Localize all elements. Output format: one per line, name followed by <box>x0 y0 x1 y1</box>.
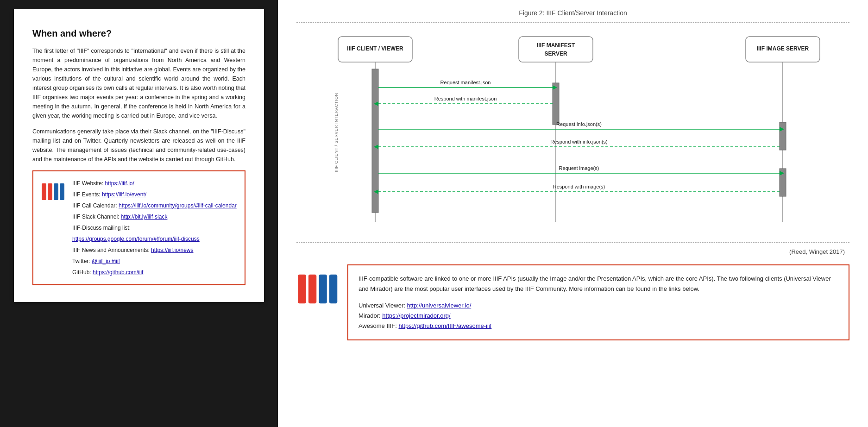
discuss-url[interactable]: https://groups.google.com/forum/#!forum/… <box>72 236 200 242</box>
svg-text:Request image(s): Request image(s) <box>559 165 599 171</box>
iiif-logo-left <box>41 180 65 204</box>
events-label: IIIF Events: <box>72 191 102 198</box>
info-text: IIIF-compatible software are linked to o… <box>359 274 838 294</box>
left-panel: When and where? The first letter of "III… <box>0 0 278 427</box>
call-link-row: IIIF Call Calendar: https://iiif.io/comm… <box>72 200 237 211</box>
svg-text:IIIF IMAGE SERVER: IIIF IMAGE SERVER <box>757 45 809 52</box>
document-page: When and where? The first letter of "III… <box>14 9 264 302</box>
svg-text:Respond with manifest.json: Respond with manifest.json <box>434 96 497 101</box>
svg-rect-0 <box>42 183 46 200</box>
right-panel: Figure 2: IIIF Client/Server Interaction… <box>278 0 868 427</box>
paragraph-2: Communications generally take place via … <box>32 127 245 164</box>
slack-label: IIIF Slack Channel: <box>72 214 121 220</box>
diagram-svg-container: IIIF CLIENT / SERVER INTERACTION IIIF CL… <box>296 32 849 233</box>
svg-rect-39 <box>329 275 337 303</box>
github-label: GitHub: <box>72 269 93 276</box>
svg-text:Respond with image(s): Respond with image(s) <box>553 184 605 189</box>
slack-url[interactable]: http://bit.ly/iiif-slack <box>121 214 168 220</box>
svg-text:SERVER: SERVER <box>544 50 567 57</box>
discuss-label: IIIF-Discuss mailing list: <box>72 225 131 231</box>
links-content: IIIF Website: https://iiif.io/ IIIF Even… <box>72 178 237 278</box>
svg-text:IIIF CLIENT / VIEWER: IIIF CLIENT / VIEWER <box>347 45 403 52</box>
iiif-logo-right <box>296 268 338 312</box>
twitter-handle[interactable]: @iiif_io #iiif <box>92 258 120 264</box>
bottom-section: IIIF-compatible software are linked to o… <box>296 264 849 340</box>
svg-rect-2 <box>54 183 58 200</box>
call-url[interactable]: https://iiif.io/community/groups/#iiif-c… <box>119 202 237 209</box>
news-label: IIIF News and Announcements: <box>72 247 151 253</box>
vertical-label: IIIF CLIENT / SERVER INTERACTION <box>334 93 339 172</box>
mirador-url[interactable]: https://projectmirador.org/ <box>382 312 450 319</box>
svg-rect-6 <box>519 37 593 62</box>
svg-rect-37 <box>308 275 316 303</box>
github-url[interactable]: https://github.com/iiif <box>93 269 143 276</box>
svg-rect-36 <box>298 275 306 303</box>
mirador-label: Mirador: <box>359 312 382 319</box>
website-label: IIIF Website: <box>72 180 105 187</box>
events-url[interactable]: https://iiif.io/event/ <box>102 191 146 198</box>
events-link-row: IIIF Events: https://iiif.io/event/ <box>72 189 237 200</box>
github-link-row: GitHub: https://github.com/iiif <box>72 267 237 278</box>
citation: (Reed, Winget 2017) <box>296 248 849 255</box>
news-url[interactable]: https://iiif.io/news <box>151 247 193 253</box>
uv-label: Universal Viewer: <box>359 302 407 309</box>
slack-link-row: IIIF Slack Channel: http://bit.ly/iiif-s… <box>72 211 237 222</box>
twitter-row: Twitter: @iiif_io #iiif <box>72 256 237 267</box>
website-link-row: IIIF Website: https://iiif.io/ <box>72 178 237 189</box>
diagram-area: IIIF CLIENT / SERVER INTERACTION IIIF CL… <box>296 22 849 243</box>
paragraph-1: The first letter of "IIIF" corresponds t… <box>32 46 245 120</box>
links-box: IIIF Website: https://iiif.io/ IIIF Even… <box>32 170 245 285</box>
call-label: IIIF Call Calendar: <box>72 202 119 209</box>
svg-text:Request manifest.json: Request manifest.json <box>440 80 491 85</box>
page-heading: When and where? <box>32 26 245 41</box>
news-link-row: IIIF News and Announcements: https://iii… <box>72 245 237 256</box>
discuss-link-row: IIIF-Discuss mailing list: https://group… <box>72 222 237 245</box>
svg-text:Respond with info.json(s): Respond with info.json(s) <box>550 139 608 144</box>
svg-rect-16 <box>780 122 786 150</box>
uv-url[interactable]: http://universalviewer.io/ <box>407 302 472 309</box>
svg-rect-38 <box>319 275 327 303</box>
twitter-label: Twitter: <box>72 258 92 264</box>
info-box: IIIF-compatible software are linked to o… <box>347 264 849 340</box>
svg-text:Request info.json(s): Request info.json(s) <box>556 121 602 127</box>
figure-title: Figure 2: IIIF Client/Server Interaction <box>296 9 849 17</box>
svg-text:IIIF MANIFEST: IIIF MANIFEST <box>537 42 575 49</box>
awesome-label: Awesome IIIF: <box>359 322 398 329</box>
awesome-url[interactable]: https://github.com/IIIF/awesome-iiif <box>398 322 491 329</box>
svg-rect-3 <box>60 183 64 200</box>
sequence-diagram: IIIF CLIENT / VIEWER IIIF MANIFEST SERVE… <box>310 32 848 231</box>
links-paragraph: Universal Viewer: http://universalviewer… <box>359 301 838 331</box>
website-url[interactable]: https://iiif.io/ <box>105 180 134 187</box>
svg-rect-1 <box>48 183 52 200</box>
